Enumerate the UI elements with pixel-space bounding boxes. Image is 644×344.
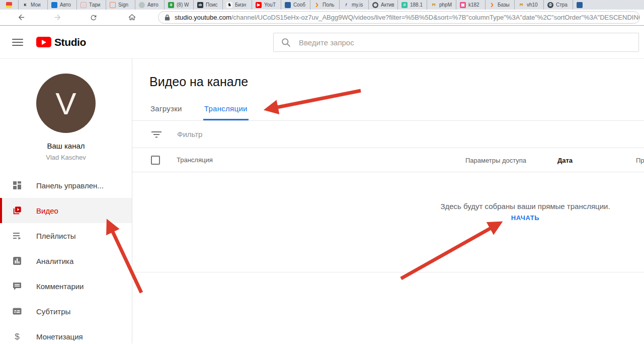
barchart-icon: ılı: [197, 2, 203, 8]
playlists-icon: [12, 231, 22, 241]
browser-tab[interactable]: ❯Базы: [485, 0, 514, 10]
browser-tab-label: 188.1: [410, 2, 423, 8]
browser-tab[interactable]: ▣k182: [456, 0, 485, 10]
browser-tab[interactable]: [573, 0, 602, 10]
sidebar-item-dashboard[interactable]: Панель управлен...: [0, 173, 132, 198]
content-tabs: Загрузки Трансляции: [132, 100, 644, 121]
sidebar: V Ваш канал Vlad Kaschev Панель управлен…: [0, 59, 132, 343]
column-header-visibility: Параметры доступа: [465, 156, 526, 164]
brand-name: Studio: [54, 36, 86, 48]
sidebar-item-comments[interactable]: Комментарии: [0, 273, 132, 299]
sidebar-menu: Панель управлен...ВидеоПлейлистыАналитик…: [0, 173, 132, 343]
browser-tab-label: YouT: [264, 2, 276, 8]
youtube-play-icon: [36, 37, 51, 47]
vk-icon: [285, 2, 291, 8]
browser-tab-label: Авто: [147, 2, 158, 8]
youtube-studio-logo[interactable]: Studio: [36, 36, 86, 48]
browser-tab-label: k182: [468, 2, 479, 8]
browser-tab-label: phpM: [439, 2, 452, 8]
tab-uploads[interactable]: Загрузки: [149, 100, 183, 120]
sidebar-item-label: Монетизация: [36, 332, 83, 341]
channel-avatar[interactable]: V: [36, 74, 96, 133]
studio-header: Studio: [0, 26, 644, 59]
browser-tab-label: Базы: [498, 2, 510, 8]
sidebar-item-monetization[interactable]: $Монетизация: [0, 324, 132, 343]
browser-reload-button[interactable]: [88, 12, 100, 24]
dashboard-icon: [12, 180, 22, 190]
browser-tab[interactable]: Авто: [47, 0, 76, 10]
teal-host-icon: //: [401, 2, 408, 8]
orange-box-icon: [110, 2, 116, 8]
browser-tab-label: Поль: [323, 2, 335, 8]
browser-tab[interactable]: Авто: [135, 0, 164, 10]
browser-tab[interactable]: ♔Стра: [543, 0, 573, 10]
browser-tab[interactable]: //188.1: [397, 0, 427, 10]
browser-tab[interactable]: 𝑓my.is: [339, 0, 368, 10]
select-all-checkbox[interactable]: [151, 156, 160, 165]
browser-tab-label: Авто: [60, 2, 71, 8]
filter-icon: [151, 130, 162, 139]
sidebar-item-subtitles[interactable]: Субтитры: [0, 299, 132, 324]
browser-tab-label: Мои: [31, 2, 41, 8]
browser-tab[interactable]: ◍Актив: [368, 0, 397, 10]
browser-home-button[interactable]: [126, 12, 138, 24]
youtube-icon: ▶: [256, 2, 262, 8]
blue-partial-icon: [577, 2, 583, 8]
channel-name: Ваш канал: [0, 142, 132, 150]
blue-app-icon: [51, 2, 57, 8]
analytics-icon: [12, 256, 22, 266]
gray-globe-icon: [139, 2, 145, 8]
column-header-stream: Трансляция: [177, 156, 213, 164]
sidebar-item-label: Видео: [36, 207, 58, 215]
globe-icon: ◍: [372, 2, 378, 8]
browser-tab[interactable]: Sign: [106, 0, 135, 10]
monetization-icon: $: [12, 331, 22, 341]
filter-input[interactable]: Фильтр: [177, 130, 202, 139]
subtitles-icon: [12, 306, 22, 316]
browser-tab[interactable]: 8(8) W: [164, 0, 193, 10]
orange-arrow-icon: ❯: [489, 2, 495, 8]
start-stream-link[interactable]: НАЧАТЬ: [511, 214, 540, 222]
tab-live-streams[interactable]: Трансляции: [203, 100, 249, 120]
browser-tab[interactable]: ♞Бизн: [222, 0, 252, 10]
phpmyadmin-icon: Ϻ: [518, 2, 524, 8]
browser-tab[interactable]: ◌Тари: [76, 0, 106, 10]
column-header-views: Пр: [636, 156, 644, 164]
browser-tab[interactable]: ▶YouT: [252, 0, 281, 10]
search-input[interactable]: [299, 38, 631, 47]
hamburger-menu-icon[interactable]: [12, 39, 23, 46]
browser-tab[interactable]: Ϻvh10: [514, 0, 543, 10]
column-header-date[interactable]: Дата: [557, 156, 573, 164]
browser-tab-label: (8) W: [177, 2, 189, 8]
browser-tab[interactable]: ϺphpM: [427, 0, 456, 10]
k-logo-icon: К: [22, 2, 28, 8]
shield-icon: ♔: [547, 2, 553, 8]
browser-forward-button[interactable]: [51, 12, 63, 24]
browser-tab[interactable]: [0, 0, 18, 10]
whatsapp-icon: 8: [168, 2, 174, 8]
url-text: studio.youtube.com/channel/UCoDS15eHx-oz…: [175, 14, 640, 21]
business-icon: ♞: [226, 2, 232, 8]
address-bar[interactable]: studio.youtube.com/channel/UCoDS15eHx-oz…: [158, 11, 640, 24]
lock-icon: [165, 14, 170, 21]
browser-tab-label: my.is: [352, 2, 363, 8]
filter-row: Фильтр: [132, 121, 644, 148]
main-content: Видео на канале Загрузки Трансляции Филь…: [132, 59, 644, 343]
sidebar-item-label: Аналитика: [36, 257, 73, 265]
svg-text:$: $: [15, 332, 20, 341]
sidebar-item-playlists[interactable]: Плейлисты: [0, 223, 132, 248]
orange-arrow-icon: ❯: [314, 2, 320, 8]
browser-tab[interactable]: Сооб: [281, 0, 310, 10]
browser-tab-label: vh10: [527, 2, 538, 8]
browser-tab-label: Поис: [206, 2, 217, 8]
browser-back-button[interactable]: [15, 12, 27, 24]
browser-tab-label: Актив: [381, 2, 394, 8]
browser-tab[interactable]: ❯Поль: [310, 0, 339, 10]
sidebar-item-label: Панель управлен...: [36, 181, 104, 190]
sidebar-item-analytics[interactable]: Аналитика: [0, 248, 132, 273]
browser-tab[interactable]: КМои: [18, 0, 47, 10]
myis-icon: 𝑓: [343, 2, 349, 8]
browser-tab[interactable]: ılıПоис: [193, 0, 222, 10]
search-icon: [281, 37, 291, 48]
sidebar-item-videos[interactable]: Видео: [0, 198, 132, 223]
